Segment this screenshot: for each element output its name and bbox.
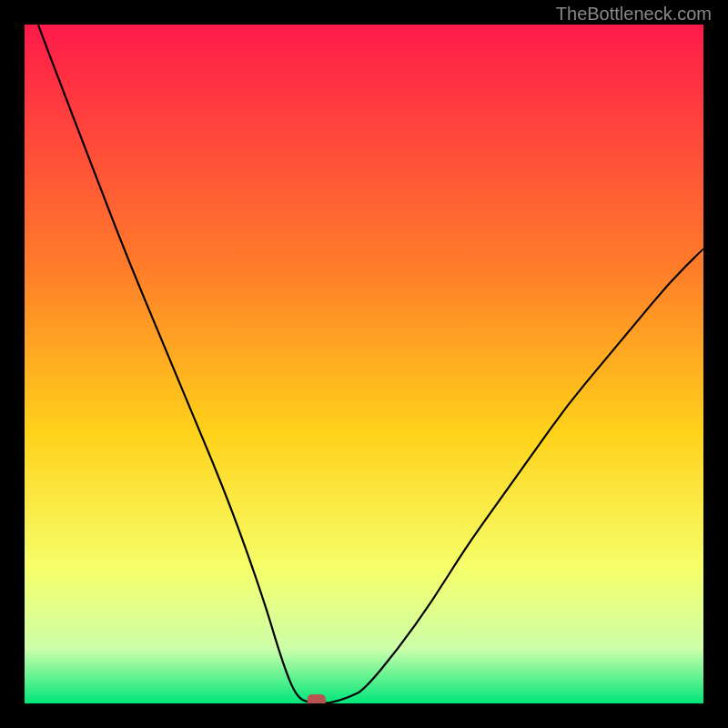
chart-svg — [25, 25, 703, 703]
watermark-text: TheBottleneck.com — [556, 4, 712, 25]
minimum-marker — [308, 694, 326, 703]
bottleneck-chart — [25, 25, 703, 703]
